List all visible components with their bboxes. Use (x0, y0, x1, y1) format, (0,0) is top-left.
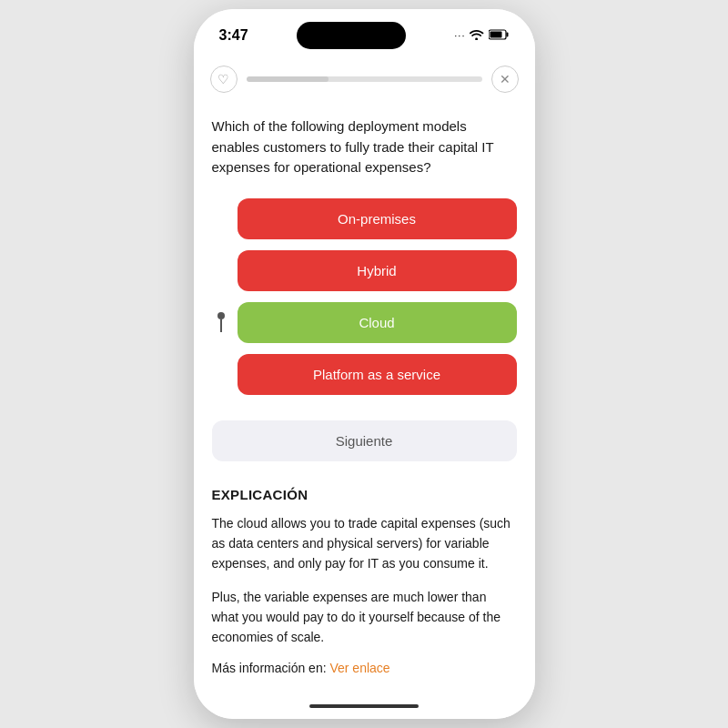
answer-row-hybrid: Hybrid (212, 250, 517, 291)
answer-pin (212, 312, 230, 332)
content-area: Which of the following deployment models… (194, 102, 535, 697)
more-info-link[interactable]: Ver enlace (329, 661, 389, 675)
wifi-icon (470, 27, 484, 44)
answer-button-on-premises[interactable]: On-premises (238, 198, 517, 239)
pin-dot (217, 312, 225, 319)
answer-button-paas[interactable]: Platform as a service (238, 354, 517, 395)
status-icons: ··· (454, 27, 509, 44)
progress-fill (247, 76, 329, 82)
status-notch (297, 22, 406, 49)
bottom-indicator (194, 697, 535, 719)
progress-bar-row: ♡ ✕ (194, 56, 535, 102)
heart-button[interactable]: ♡ (210, 66, 238, 93)
next-button[interactable]: Siguiente (212, 420, 517, 461)
answer-row-cloud: Cloud (212, 302, 517, 343)
battery-icon (489, 27, 509, 44)
more-info-prefix: Más información en: (212, 661, 327, 675)
answers-section: On-premises Hybrid Cloud Platform as a s… (212, 198, 517, 395)
answer-button-hybrid[interactable]: Hybrid (238, 250, 517, 291)
svg-rect-1 (507, 33, 509, 37)
more-info: Más información en: Ver enlace (212, 661, 517, 675)
answer-button-cloud[interactable]: Cloud (238, 302, 517, 343)
progress-track (247, 76, 482, 82)
pin-line (220, 319, 222, 332)
explanation-title: EXPLICACIÓN (212, 487, 517, 502)
explanation-paragraph-1: The cloud allows you to trade capital ex… (212, 513, 517, 574)
explanation-section: EXPLICACIÓN The cloud allows you to trad… (212, 483, 517, 675)
question-text: Which of the following deployment models… (212, 116, 517, 178)
svg-rect-2 (490, 32, 502, 38)
bottom-bar (309, 704, 419, 708)
heart-icon: ♡ (217, 72, 229, 86)
status-time: 3:47 (219, 27, 248, 44)
answer-row-paas: Platform as a service (212, 354, 517, 395)
signal-icon: ··· (454, 30, 465, 41)
close-button[interactable]: ✕ (491, 66, 519, 93)
explanation-paragraph-2: Plus, the variable expenses are much low… (212, 587, 517, 648)
phone-frame: 3:47 ··· ♡ ✕ (194, 9, 535, 719)
status-bar: 3:47 ··· (194, 9, 535, 56)
answer-row-on-premises: On-premises (212, 198, 517, 239)
close-icon: ✕ (500, 72, 511, 86)
